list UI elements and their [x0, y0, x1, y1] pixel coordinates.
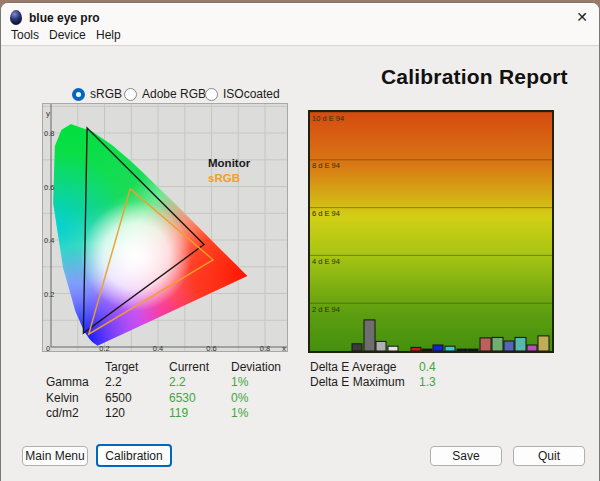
gamma-deviation: 1% [231, 375, 301, 390]
radio-icon [124, 88, 137, 101]
row-label-gamma: Gamma [46, 375, 105, 390]
luminance-target: 120 [105, 406, 169, 421]
column-header-deviation: Deviation [231, 360, 301, 375]
quit-button[interactable]: Quit [513, 446, 585, 466]
delta-average-label: Delta E Average [310, 360, 419, 375]
radio-label: ISOcoated [223, 87, 280, 101]
svg-text:0.6: 0.6 [44, 183, 54, 192]
radio-icon [205, 88, 218, 101]
radio-option-isocoated[interactable]: ISOcoated [205, 87, 280, 101]
svg-text:0.8: 0.8 [44, 129, 54, 138]
calibration-results-table: Target Current Deviation Gamma 2.2 2.2 1… [46, 360, 301, 422]
radio-option-adobe-rgb[interactable]: Adobe RGB [124, 87, 206, 101]
svg-text:0.2: 0.2 [44, 290, 54, 299]
kelvin-deviation: 0% [231, 391, 301, 406]
table-corner-cell [46, 360, 105, 375]
luminance-deviation: 1% [231, 406, 301, 421]
svg-text:0: 0 [46, 344, 50, 352]
delta-e-bars: 10 d E 948 d E 946 d E 944 d E 942 d E 9… [310, 112, 552, 351]
row-label-kelvin: Kelvin [46, 391, 105, 406]
kelvin-current: 6530 [169, 391, 231, 406]
svg-text:6 d E 94: 6 d E 94 [312, 209, 340, 218]
delta-e-summary: Delta E Average 0.4 Delta E Maximum 1.3 [310, 360, 469, 391]
kelvin-target: 6500 [105, 391, 169, 406]
column-header-current: Current [169, 360, 231, 375]
svg-text:0.4: 0.4 [153, 344, 163, 352]
svg-text:8 d E 94: 8 d E 94 [312, 161, 340, 170]
svg-text:10 d E 94: 10 d E 94 [312, 114, 344, 123]
gamma-current: 2.2 [169, 375, 231, 390]
svg-text:y: y [46, 109, 50, 118]
menu-bar [1, 26, 599, 46]
delta-maximum-value: 1.3 [419, 375, 469, 390]
cie-chromaticity-diagram: 0.20.40.60.80.20.40.60.80yxMonitorsRGB [42, 103, 288, 352]
menu-item-device[interactable]: Device [46, 27, 89, 44]
radio-label: Adobe RGB [142, 87, 206, 101]
svg-text:0.8: 0.8 [260, 344, 270, 352]
luminance-current: 119 [169, 406, 231, 421]
svg-text:x: x [282, 344, 286, 352]
svg-text:4 d E 94: 4 d E 94 [312, 257, 340, 266]
menu-item-help[interactable]: Help [93, 27, 124, 44]
main-menu-button[interactable]: Main Menu [22, 446, 88, 466]
menu-item-tools[interactable]: Tools [8, 27, 42, 44]
gamma-target: 2.2 [105, 375, 169, 390]
delta-e-chart: 10 d E 948 d E 946 d E 944 d E 942 d E 9… [308, 110, 554, 353]
delta-maximum-label: Delta E Maximum [310, 375, 419, 390]
svg-text:Monitor: Monitor [208, 157, 251, 169]
radio-option-srgb[interactable]: sRGB [72, 87, 122, 101]
column-header-target: Target [105, 360, 169, 375]
page-title: Calibration Report [381, 65, 568, 89]
app-window: blue eye pro ✕ Tools Device Help sRGB Ad… [0, 0, 600, 481]
radio-label: sRGB [90, 87, 122, 101]
app-icon [10, 10, 22, 25]
svg-text:2 d E 94: 2 d E 94 [312, 305, 340, 314]
title-bar[interactable]: blue eye pro ✕ [1, 3, 599, 26]
calibration-button[interactable]: Calibration [96, 444, 172, 467]
row-label-luminance: cd/m2 [46, 406, 105, 421]
svg-text:sRGB: sRGB [208, 172, 240, 184]
svg-text:0.6: 0.6 [206, 344, 216, 352]
save-button[interactable]: Save [430, 446, 502, 466]
close-button[interactable]: ✕ [568, 7, 596, 27]
window-title: blue eye pro [29, 11, 100, 25]
svg-text:0.4: 0.4 [44, 236, 54, 245]
svg-text:0.2: 0.2 [99, 344, 109, 352]
delta-average-value: 0.4 [419, 360, 469, 375]
radio-icon [72, 88, 85, 101]
